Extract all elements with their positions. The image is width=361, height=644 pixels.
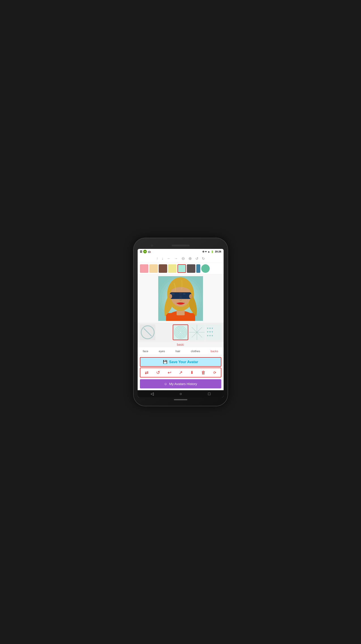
svg-text:♥ ♥ ♥: ♥ ♥ ♥ — [207, 327, 213, 330]
nav-bar: ◁ ○ □ — [138, 390, 224, 397]
color-peach[interactable] — [149, 264, 158, 273]
android-icon: 🤖 — [148, 250, 151, 253]
tab-backs[interactable]: backs — [209, 349, 220, 353]
svg-line-37 — [192, 332, 197, 338]
color-green[interactable] — [201, 264, 210, 273]
svg-line-25 — [144, 328, 152, 336]
svg-point-29 — [176, 327, 186, 337]
home-indicator — [174, 399, 187, 400]
svg-rect-21 — [183, 294, 186, 294]
download-button[interactable]: ⬇ — [190, 370, 194, 375]
history-icon: ☺ — [164, 382, 167, 386]
svg-line-36 — [197, 332, 202, 338]
share2-button[interactable]: ↗ — [179, 370, 183, 375]
shuffle-button[interactable]: ⇄ — [145, 370, 149, 375]
refresh-button[interactable]: ↺ — [156, 370, 160, 375]
history-label: My Avatars History — [169, 382, 197, 386]
svg-text:♥ ♥ ♥: ♥ ♥ ♥ — [207, 330, 213, 333]
save-avatar-button[interactable]: 💾 Save Your Avatar — [140, 357, 221, 367]
phone-bottom-bar — [138, 397, 224, 402]
undo-button[interactable]: ↺ — [195, 256, 199, 261]
phone-screen: 🖼 73 🤖 ⊖ ▾ ▲ 🔋 20:26 ↑ ↓ ← → ⊖ ⊕ ↺ ↻ — [138, 249, 224, 397]
bg-spiral[interactable] — [173, 324, 188, 340]
status-right: ⊖ ▾ ▲ 🔋 20:26 — [202, 250, 221, 253]
phone-top-bar — [138, 242, 224, 249]
share1-button[interactable]: ↩ — [168, 370, 171, 375]
svg-text:♥ ♥ ♥: ♥ ♥ ♥ — [207, 334, 213, 337]
wifi-icon: ▾ — [205, 250, 207, 253]
avatar-canvas — [158, 276, 203, 321]
svg-point-30 — [174, 326, 187, 338]
move-up-button[interactable]: ↑ — [156, 256, 159, 261]
delete-button[interactable]: 🗑 — [201, 370, 206, 375]
bg-hearts[interactable]: ♥ ♥ ♥ ♥ ♥ ♥ ♥ ♥ ♥ — [206, 324, 221, 340]
battery-icon: 🔋 — [211, 250, 214, 253]
svg-point-23 — [189, 294, 192, 298]
home-nav-button[interactable]: ○ — [180, 392, 182, 396]
backgrounds-selector: ♥ ♥ ♥ ♥ ♥ ♥ ♥ ♥ ♥ — [138, 323, 224, 342]
back-nav-button[interactable]: ◁ — [151, 391, 154, 396]
status-bar: 🖼 73 🤖 ⊖ ▾ ▲ 🔋 20:26 — [138, 249, 224, 254]
svg-rect-20 — [172, 294, 174, 294]
bg-none[interactable] — [140, 324, 156, 340]
svg-point-26 — [179, 331, 182, 334]
signal-icon: ▲ — [207, 250, 210, 253]
save-label: Save Your Avatar — [169, 360, 198, 364]
notification-badge: 73 — [143, 250, 147, 253]
recent-nav-button[interactable]: □ — [208, 392, 211, 396]
svg-line-38 — [192, 327, 197, 332]
action-toolbar: ⇄ ↺ ↩ ↗ ⬇ 🗑 ⟳ — [140, 368, 221, 378]
zoom-in-button[interactable]: ⊕ — [188, 256, 192, 262]
time-display: 20:26 — [215, 250, 221, 253]
color-blue[interactable] — [196, 264, 200, 273]
svg-rect-19 — [179, 294, 182, 296]
zoom-out-button[interactable]: ⊖ — [181, 256, 185, 262]
move-forward-button[interactable]: → — [174, 256, 178, 261]
category-tabs: face eyes hair clothes backs — [138, 347, 224, 355]
move-back-button[interactable]: ← — [167, 256, 171, 261]
svg-line-35 — [197, 327, 202, 332]
move-down-button[interactable]: ↓ — [161, 256, 164, 261]
save-icon: 💾 — [163, 360, 167, 364]
phone-frame: 🖼 73 🤖 ⊖ ▾ ▲ 🔋 20:26 ↑ ↓ ← → ⊖ ⊕ ↺ ↻ — [134, 238, 228, 406]
color-dark[interactable] — [187, 264, 195, 273]
color-brown[interactable] — [159, 264, 167, 273]
avatar-display — [138, 274, 224, 323]
mute-icon: ⊖ — [202, 250, 204, 253]
color-teal[interactable] — [177, 264, 186, 273]
speaker — [172, 245, 190, 246]
bg-blank[interactable] — [156, 324, 172, 340]
redo-button[interactable]: ↻ — [201, 256, 205, 261]
camera — [151, 245, 153, 246]
tab-hair[interactable]: hair — [174, 349, 182, 353]
history-rotate-button[interactable]: ⟳ — [213, 370, 216, 375]
image-icon: 🖼 — [140, 250, 142, 253]
tab-face[interactable]: face — [141, 349, 150, 353]
toolbar: ↑ ↓ ← → ⊖ ⊕ ↺ ↻ — [138, 254, 224, 263]
status-left: 🖼 73 🤖 — [140, 250, 151, 253]
history-button[interactable]: ☺ My Avatars History — [140, 379, 221, 388]
color-yellow[interactable] — [168, 264, 177, 273]
svg-point-22 — [169, 294, 172, 298]
bg-rays[interactable] — [189, 324, 205, 340]
tab-clothes[interactable]: clothes — [189, 349, 202, 353]
svg-point-27 — [178, 330, 183, 335]
color-palette — [138, 263, 224, 274]
tab-eyes[interactable]: eyes — [157, 349, 167, 353]
category-label: basic — [138, 342, 224, 347]
color-pink[interactable] — [140, 264, 148, 273]
